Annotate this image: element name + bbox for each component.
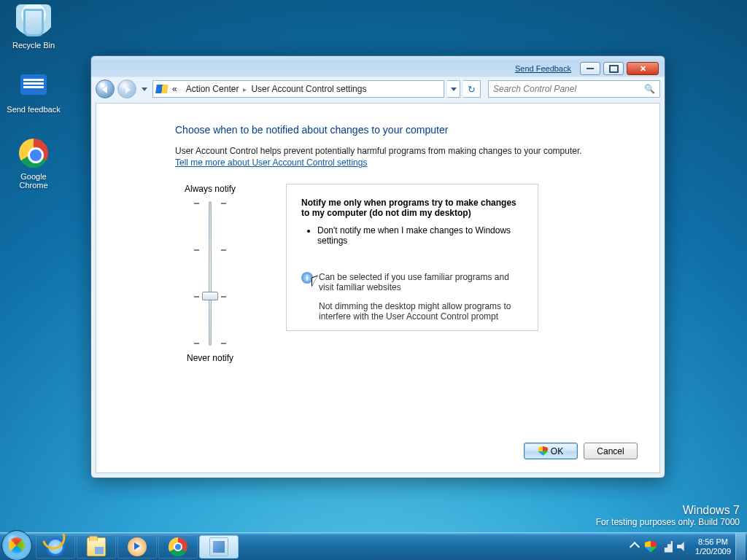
desktop-icon-label: Google Chrome xyxy=(19,172,47,190)
notification-level-area: Always notify Never notify Notify me onl… xyxy=(175,184,638,370)
send-feedback-link[interactable]: Send Feedback xyxy=(515,64,571,73)
watermark-build: For testing purposes only. Build 7000 xyxy=(596,516,740,528)
wmp-icon xyxy=(128,537,147,556)
taskbar-item-chrome[interactable] xyxy=(158,535,198,559)
explorer-icon xyxy=(87,537,106,556)
breadcrumb-seg[interactable]: Action Center xyxy=(186,84,239,94)
breadcrumb-seg[interactable]: User Account Control settings xyxy=(251,84,366,94)
slider-tick xyxy=(194,343,226,343)
slider-track xyxy=(209,201,212,346)
desktop-icon-label: Send feedback xyxy=(7,105,60,114)
notification-slider[interactable] xyxy=(188,201,232,346)
tray-overflow-icon[interactable] xyxy=(629,541,640,553)
dialog-buttons: OK Cancel xyxy=(524,443,638,459)
search-placeholder: Search Control Panel xyxy=(493,84,576,94)
content-pane: Choose when to be notified about changes… xyxy=(96,103,660,473)
nav-toolbar: « Action Center ▸ User Account Control s… xyxy=(96,78,660,100)
clock-time: 8:56 PM xyxy=(695,537,731,547)
cancel-button[interactable]: Cancel xyxy=(584,443,638,459)
breadcrumb-bar[interactable]: « Action Center ▸ User Account Control s… xyxy=(152,80,444,98)
action-center-flag-icon xyxy=(155,85,169,93)
level-description-panel: Notify me only when programs try to make… xyxy=(286,184,538,331)
taskbar: 8:56 PM 1/20/2009 xyxy=(0,532,747,560)
chrome-icon xyxy=(16,136,51,171)
taskbar-clock[interactable]: 8:56 PM 1/20/2009 xyxy=(691,537,735,556)
search-icon[interactable]: 🔍 xyxy=(644,84,655,94)
feedback-icon xyxy=(16,69,51,104)
page-description: User Account Control helps prevent poten… xyxy=(175,146,638,156)
system-tray: 8:56 PM 1/20/2009 xyxy=(625,533,747,560)
slider-tick xyxy=(194,249,226,250)
desktop-icon-send-feedback[interactable]: Send feedback xyxy=(6,69,61,114)
level-title: Notify me only when programs try to make… xyxy=(301,198,523,218)
uac-settings-window: Send Feedback « Action Center ▸ User Acc… xyxy=(90,55,665,478)
clock-date: 1/20/2009 xyxy=(695,547,731,556)
volume-tray-icon[interactable] xyxy=(677,541,689,553)
slider-thumb[interactable] xyxy=(202,292,218,300)
minimize-button[interactable] xyxy=(580,62,600,75)
close-button[interactable] xyxy=(627,62,659,75)
slider-tick xyxy=(194,203,226,203)
ok-button[interactable]: OK xyxy=(524,443,578,459)
back-button[interactable] xyxy=(96,79,115,98)
taskbar-item-wmp[interactable] xyxy=(117,535,157,559)
info-icon: i xyxy=(301,272,313,284)
cancel-label: Cancel xyxy=(597,446,624,456)
uac-shield-icon xyxy=(538,446,548,456)
network-tray-icon[interactable] xyxy=(661,541,673,553)
recycle-bin-icon xyxy=(16,4,51,39)
start-button[interactable] xyxy=(1,530,32,561)
slider-label-top: Always notify xyxy=(175,184,245,194)
breadcrumb-overflow[interactable]: « xyxy=(172,84,177,94)
show-desktop-button[interactable] xyxy=(735,533,746,560)
maximize-button[interactable] xyxy=(603,62,624,75)
action-center-tray-icon[interactable] xyxy=(645,541,657,553)
watermark: Windows 7 For testing purposes only. Bui… xyxy=(596,505,740,528)
watermark-title: Windows 7 xyxy=(596,505,740,516)
chevron-right-icon: ▸ xyxy=(243,85,247,93)
search-input[interactable]: Search Control Panel 🔍 xyxy=(488,80,660,98)
desktop-icon-label: Recycle Bin xyxy=(12,41,55,50)
ok-label: OK xyxy=(551,446,563,456)
refresh-button[interactable]: ↻ xyxy=(463,80,481,98)
desktop-icon-recycle-bin[interactable]: Recycle Bin xyxy=(6,4,61,50)
taskbar-item-control-panel[interactable] xyxy=(199,535,239,559)
level-bullet: Don't notify me when I make changes to W… xyxy=(317,225,523,246)
nav-history-dropdown[interactable] xyxy=(139,80,150,98)
help-link[interactable]: Tell me more about User Account Control … xyxy=(175,158,638,168)
chrome-icon xyxy=(169,537,187,556)
recommendation-text: Can be selected if you use familiar prog… xyxy=(319,272,523,292)
page-heading: Choose when to be notified about changes… xyxy=(175,124,638,136)
recommendation-row: i Can be selected if you use familiar pr… xyxy=(301,272,523,292)
ie-icon xyxy=(46,537,65,556)
slider-label-bottom: Never notify xyxy=(175,353,245,363)
taskbar-item-explorer[interactable] xyxy=(77,535,116,559)
control-panel-icon xyxy=(209,537,228,556)
taskbar-item-ie[interactable] xyxy=(36,535,75,559)
breadcrumb-dropdown[interactable] xyxy=(447,80,460,98)
desktop: Recycle Bin Send feedback Google Chrome … xyxy=(0,0,747,560)
warning-text: Not dimming the desktop might allow prog… xyxy=(301,301,523,322)
forward-button[interactable] xyxy=(117,79,136,98)
desktop-icon-google-chrome[interactable]: Google Chrome xyxy=(6,136,61,190)
titlebar[interactable]: Send Feedback xyxy=(96,61,660,77)
